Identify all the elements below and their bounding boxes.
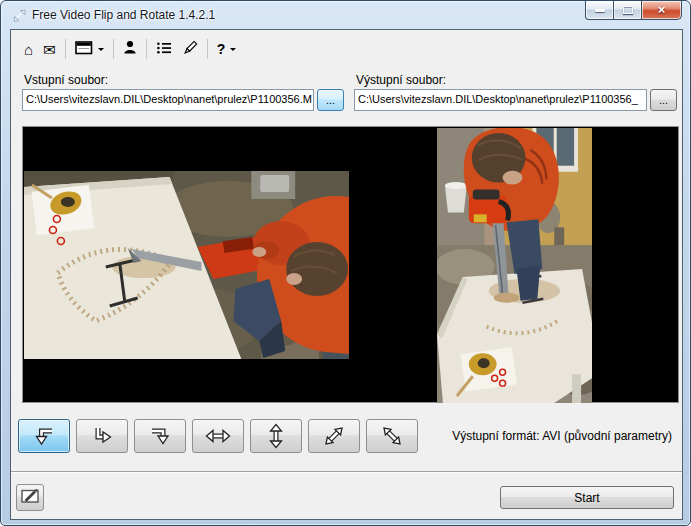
flip-diagonal-down-icon [377,423,407,449]
rotate-right-button[interactable] [76,419,128,453]
app-window: Free Video Flip and Rotate 1.4.2.1 × ⌂ ✉ [0,0,691,526]
rotate-left-button[interactable] [18,419,70,453]
output-format-text: Výstupní formát: AVI (původní parametry) [452,429,672,443]
toolbar-separator [207,39,208,59]
help-icon: ? [217,41,226,57]
client-area: ⌂ ✉ [10,29,683,520]
options-button[interactable] [16,484,44,511]
video-preview-area [22,126,679,403]
rotate-180-button[interactable] [134,419,186,453]
home-button[interactable]: ⌂ [19,37,38,61]
list-icon [156,41,172,58]
flip-diagonal-down-button[interactable] [366,419,418,453]
toolbar-separator [113,39,114,59]
rotate-left-icon [29,423,59,449]
input-file-label: Vstupní soubor: [24,73,108,87]
toolbar-separator [146,39,147,59]
rotate-180-icon [145,423,175,449]
mail-button[interactable]: ✉ [38,37,61,61]
minimize-button[interactable] [585,1,614,20]
titlebar[interactable]: Free Video Flip and Rotate 1.4.2.1 × [1,1,690,29]
app-icon [12,8,28,22]
flip-horizontal-icon [203,423,233,449]
home-icon: ⌂ [24,42,33,57]
user-button[interactable] [118,37,142,61]
help-button[interactable]: ? [212,37,242,61]
transform-button-row [18,419,424,453]
window-title: Free Video Flip and Rotate 1.4.2.1 [32,8,215,22]
flip-diagonal-up-icon [319,423,349,449]
restore-icon [623,6,633,14]
minimize-icon [595,9,605,12]
pencil-icon [182,40,198,59]
rotate-right-icon [87,423,117,449]
close-button[interactable]: × [641,1,682,20]
flip-horizontal-button[interactable] [192,419,244,453]
flip-diagonal-up-button[interactable] [308,419,360,453]
close-icon: × [658,2,666,18]
rotated-preview-image [24,171,349,359]
start-button[interactable]: Start [500,486,674,509]
mail-icon: ✉ [43,42,56,57]
video-window-button[interactable] [70,37,109,61]
original-preview-image [437,128,592,403]
chevron-down-icon [98,48,104,54]
video-window-icon [75,41,93,58]
list-button[interactable] [151,37,177,61]
flip-vertical-icon [261,423,291,449]
maximize-button[interactable] [614,1,641,20]
window-controls: × [585,1,682,20]
bottom-separator [11,471,682,473]
output-browse-button[interactable]: ... [650,89,677,111]
chevron-down-icon [230,48,236,54]
options-icon [21,488,39,507]
input-file-field[interactable]: C:\Users\vitezslavn.DIL\Desktop\nanet\pr… [22,89,314,111]
flip-vertical-button[interactable] [250,419,302,453]
output-file-label: Výstupní soubor: [356,73,446,87]
toolbar: ⌂ ✉ [19,35,241,63]
edit-button[interactable] [177,37,203,61]
output-file-field[interactable]: C:\Users\vitezslavn.DIL\Desktop\nanet\pr… [354,89,647,111]
input-browse-button[interactable]: ... [317,89,344,111]
toolbar-separator [65,39,66,59]
user-icon [123,40,137,58]
